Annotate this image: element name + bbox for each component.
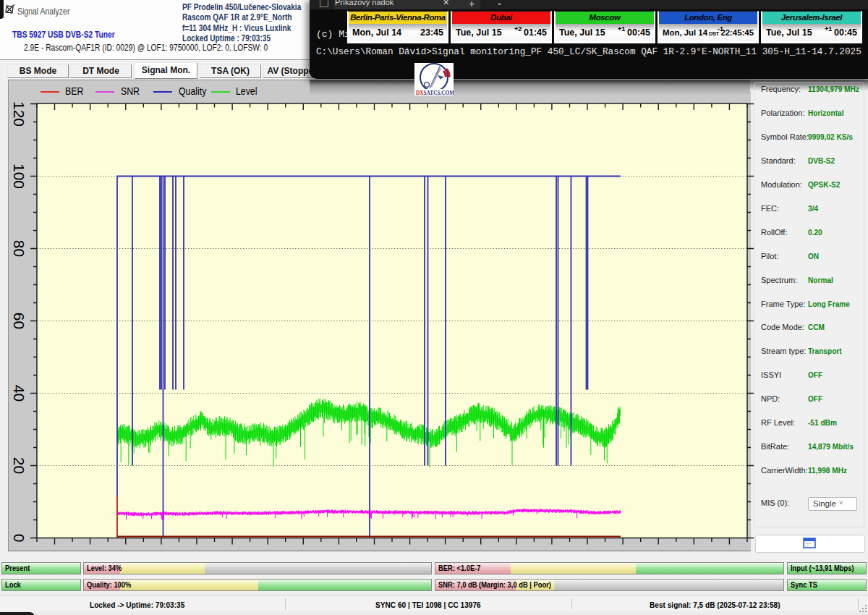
svg-text:80: 80 xyxy=(11,240,27,257)
svg-text:SATCS.COM: SATCS.COM xyxy=(424,90,454,96)
svg-text:120: 120 xyxy=(11,101,27,127)
svg-text:0: 0 xyxy=(11,534,27,543)
svg-text:100: 100 xyxy=(11,164,27,189)
svg-text:40: 40 xyxy=(11,385,27,402)
svg-text:20: 20 xyxy=(11,457,27,474)
svg-text:60: 60 xyxy=(11,313,27,329)
